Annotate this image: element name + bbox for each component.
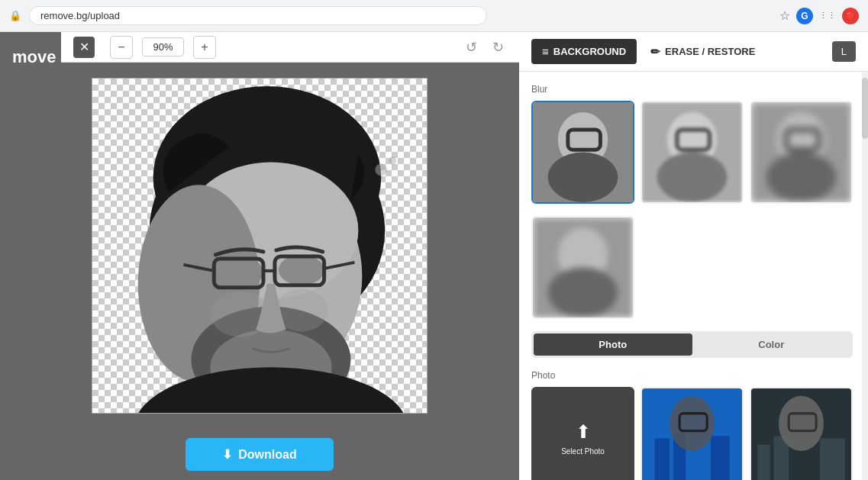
canvas-area <box>0 63 519 429</box>
editor-panel: ✕ − 90% + ↺ ↻ <box>0 32 519 480</box>
browser-icons: ☆ G ⋮⋮ 🔴 <box>779 8 859 24</box>
toolbar: ✕ − 90% + ↺ ↻ <box>61 32 519 63</box>
browser-chrome: 🔒 remove.bg/upload ☆ G ⋮⋮ 🔴 <box>0 0 868 32</box>
svg-point-23 <box>548 153 618 203</box>
blur-label: Blur <box>531 84 853 95</box>
tab-background-label: BACKGROUND <box>553 46 626 57</box>
svg-point-19 <box>375 163 387 176</box>
blur-thumb-2[interactable] <box>641 101 744 204</box>
svg-point-35 <box>548 268 618 318</box>
svg-point-18 <box>275 289 328 332</box>
svg-point-27 <box>657 153 728 203</box>
login-button[interactable]: L <box>832 41 856 62</box>
scrollbar-track[interactable] <box>862 72 868 480</box>
zoom-out-button[interactable]: − <box>110 36 133 59</box>
zoom-level: 90% <box>142 37 184 56</box>
panel-tabs: ≡ BACKGROUND ✏ ERASE / RESTORE L <box>519 32 868 72</box>
select-photo-button[interactable]: ⬆ Select Photo <box>531 387 634 480</box>
download-button[interactable]: ⬇ Download <box>186 438 333 471</box>
svg-rect-39 <box>711 436 730 480</box>
undo-button[interactable]: ↺ <box>463 36 480 59</box>
svg-point-20 <box>389 157 396 165</box>
svg-rect-37 <box>654 439 670 481</box>
blur-thumbnails <box>531 101 853 204</box>
layers-icon: ≡ <box>542 45 549 58</box>
select-photo-label: Select Photo <box>561 447 605 456</box>
svg-point-31 <box>766 153 837 203</box>
svg-point-17 <box>210 292 271 337</box>
close-button[interactable]: ✕ <box>73 37 95 58</box>
scrollbar-thumb[interactable] <box>862 78 868 139</box>
redo-button[interactable]: ↻ <box>489 36 507 59</box>
tab-erase-restore[interactable]: ✏ ERASE / RESTORE <box>640 39 766 65</box>
photo-thumbnails: ⬆ Select Photo <box>531 387 853 480</box>
download-label: Download <box>238 448 296 462</box>
zoom-in-button[interactable]: + <box>193 36 216 59</box>
app-container: move ✕ − 90% + ↺ ↻ <box>0 32 868 480</box>
photo-thumb-city-dark[interactable] <box>750 387 853 480</box>
download-icon: ⬇ <box>222 447 232 462</box>
star-icon[interactable]: ☆ <box>779 8 790 23</box>
logo: move <box>0 32 68 82</box>
tab-erase-label: ERASE / RESTORE <box>665 46 755 57</box>
pencil-icon: ✏ <box>650 45 660 59</box>
right-panel: ≡ BACKGROUND ✏ ERASE / RESTORE L Blur <box>519 32 868 480</box>
svg-rect-45 <box>820 439 845 481</box>
person-portrait <box>92 79 427 413</box>
svg-point-10 <box>218 257 263 288</box>
blur-thumb-1[interactable] <box>531 101 634 204</box>
download-area: ⬇ Download <box>0 429 519 480</box>
tab-background[interactable]: ≡ BACKGROUND <box>531 39 637 64</box>
blur-thumb-4[interactable] <box>531 216 634 319</box>
blur-thumb-3[interactable] <box>750 101 853 204</box>
svg-rect-43 <box>757 445 770 480</box>
toggle-photo[interactable]: Photo <box>534 333 692 356</box>
image-container <box>92 78 428 414</box>
blur-thumbnails-row2 <box>531 216 853 319</box>
upload-icon: ⬆ <box>576 421 591 443</box>
toggle-color[interactable]: Color <box>692 333 851 356</box>
panel-content[interactable]: Blur <box>519 72 868 480</box>
blur-section: Blur <box>531 84 853 319</box>
url-bar[interactable]: remove.bg/upload <box>29 6 487 25</box>
extension-g[interactable]: G <box>796 8 813 24</box>
photo-section: Photo ⬆ Select Photo <box>531 370 853 480</box>
photo-color-toggle: Photo Color <box>531 331 853 358</box>
svg-point-12 <box>279 255 324 285</box>
extension-badge[interactable]: 🔴 <box>842 8 859 24</box>
extension-grid[interactable]: ⋮⋮ <box>819 8 836 24</box>
photo-thumb-city-blue[interactable] <box>641 387 744 480</box>
lock-icon: 🔒 <box>9 10 21 21</box>
photo-section-label: Photo <box>531 370 853 381</box>
